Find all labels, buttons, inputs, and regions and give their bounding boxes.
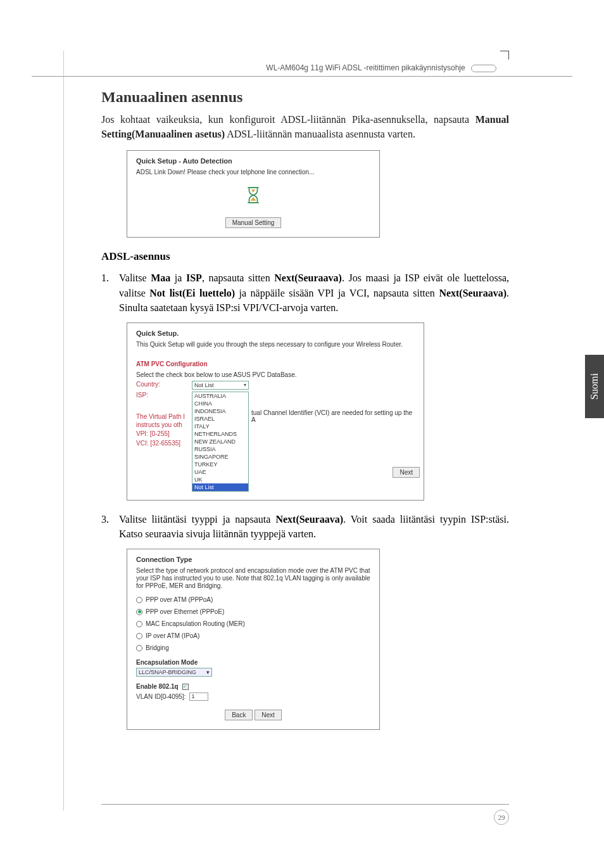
radio-icon	[136, 621, 142, 627]
isp-dropdown-open[interactable]: AUSTRALIA CHINA INDONESIA ISRAEL ITALY N…	[192, 392, 249, 492]
radio-icon-checked	[136, 609, 142, 615]
s1-b4: Not list(Ei luettelo)	[149, 288, 235, 298]
language-tab-label: Suomi	[589, 373, 600, 400]
isp-option-selected[interactable]: Not List	[192, 483, 248, 491]
ss2-subheading: ATM PVC Configuration	[136, 361, 415, 367]
screenshot-quick-setup: Quick Setup. This Quick Setup will guide…	[127, 322, 424, 501]
isp-option[interactable]: UAE	[192, 468, 248, 476]
country-label: Country:	[136, 381, 192, 388]
ss3-desc: Select the type of network protocol and …	[136, 567, 370, 590]
s3-t1: Valitse liitäntäsi tyyppi ja napsauta	[119, 514, 275, 525]
footer-rule	[101, 804, 509, 805]
ss2-hint: Select the check box below to use ASUS P…	[136, 371, 415, 378]
s1-b3: Next(Seuraava)	[274, 272, 342, 283]
radio-bridging[interactable]: Bridging	[136, 644, 370, 651]
step-1: 1. Valitse Maa ja ISP, napsauta sitten N…	[101, 271, 509, 315]
ss2-title: Quick Setup.	[136, 329, 415, 337]
ss1-message: ADSL Link Down! Please check your telpho…	[136, 169, 370, 176]
isp-option[interactable]: ISRAEL	[192, 415, 248, 423]
s1-t1: Valitse	[119, 272, 151, 283]
ss3-title: Connection Type	[136, 556, 370, 563]
country-select[interactable]: Not List ▾	[192, 381, 249, 390]
vlan-id-input[interactable]: 1	[189, 692, 208, 701]
vci-right-text: tual Channel Identifier (VCI) are needed…	[251, 409, 416, 423]
section-title: Manuaalinen asennus	[101, 89, 509, 106]
subsection-title: ADSL-asennus	[101, 250, 509, 263]
enable-8021q-label: Enable 802.1q	[136, 683, 179, 690]
radio-icon	[136, 645, 142, 651]
radio-icon	[136, 597, 142, 603]
radio-label: PPP over Ethernet (PPPoE)	[146, 608, 224, 615]
radio-ipoa[interactable]: IP over ATM (IPoA)	[136, 632, 370, 639]
radio-mer[interactable]: MAC Encapsulation Routing (MER)	[136, 620, 370, 627]
step-3: 3. Valitse liitäntäsi tyyppi ja napsauta…	[101, 512, 509, 541]
vpath-frag1: The Virtual Path I	[136, 412, 185, 421]
isp-option[interactable]: UK	[192, 476, 248, 483]
step-3-num: 3.	[101, 512, 109, 527]
isp-option[interactable]: TURKEY	[192, 461, 248, 468]
isp-option[interactable]: INDONESIA	[192, 407, 248, 415]
country-value: Not List	[194, 382, 214, 388]
s1-b1: Maa	[151, 272, 170, 283]
ss2-desc: This Quick Setup will guide you through …	[136, 341, 415, 348]
vpi-label: VPI: [0-255]	[136, 430, 185, 438]
intro-t2: ADSL-liitännän manuaalista asennusta var…	[225, 129, 415, 139]
isp-option[interactable]: NEW ZEALAND	[192, 438, 248, 445]
language-tab: Suomi	[585, 355, 604, 418]
isp-label: ISP:	[136, 392, 192, 399]
vlan-label: VLAN ID[0-4095]:	[136, 693, 186, 700]
page-number: 29	[494, 810, 509, 825]
s1-t2: ja	[170, 272, 186, 283]
manual-setting-button[interactable]: Manual Setting	[225, 217, 282, 228]
radio-label: PPP over ATM (PPPoA)	[146, 596, 213, 603]
next-button[interactable]: Next	[255, 710, 282, 720]
isp-option[interactable]: SINGAPORE	[192, 453, 248, 461]
back-button[interactable]: Back	[225, 710, 253, 720]
radio-pppoa[interactable]: PPP over ATM (PPPoA)	[136, 596, 370, 603]
encapsulation-select[interactable]: LLC/SNAP-BRIDGING ▾	[136, 668, 212, 677]
chevron-down-icon: ▾	[244, 382, 246, 388]
s1-b2: ISP	[186, 272, 202, 283]
radio-label: MAC Encapsulation Routing (MER)	[146, 620, 245, 627]
intro-paragraph: Jos kohtaat vaikeuksia, kun konfiguroit …	[101, 112, 509, 141]
isp-option[interactable]: NETHERLANDS	[192, 430, 248, 438]
enable-8021q-checkbox[interactable]	[182, 684, 189, 690]
radio-pppoe[interactable]: PPP over Ethernet (PPPoE)	[136, 608, 370, 615]
vpath-frag2: instructs you oth	[136, 421, 185, 430]
s1-t3: , napsauta sitten	[202, 272, 274, 283]
isp-option[interactable]: CHINA	[192, 400, 248, 407]
s3-b1: Next(Seuraava)	[275, 514, 343, 525]
radio-label: Bridging	[146, 644, 169, 651]
radio-icon	[136, 633, 142, 639]
step-1-num: 1.	[101, 271, 109, 285]
screenshot-auto-detection: Quick Setup - Auto Detection ADSL Link D…	[127, 150, 380, 238]
isp-option[interactable]: RUSSIA	[192, 445, 248, 453]
encapsulation-value: LLC/SNAP-BRIDGING	[139, 669, 196, 675]
ss1-title: Quick Setup - Auto Detection	[136, 157, 370, 165]
vci-label: VCI: [32-65535]	[136, 439, 185, 448]
intro-t1: Jos kohtaat vaikeuksia, kun konfiguroit …	[101, 114, 475, 125]
chevron-down-icon: ▾	[206, 669, 210, 675]
s1-b5: Next(Seuraava)	[439, 288, 506, 298]
encapsulation-title: Encapsulation Mode	[136, 659, 370, 666]
s1-t5: ja näppäile sisään VPI ja VCI, napsauta …	[235, 288, 439, 298]
screenshot-connection-type: Connection Type Select the type of netwo…	[127, 549, 380, 730]
isp-option[interactable]: ITALY	[192, 423, 248, 430]
radio-label: IP over ATM (IPoA)	[146, 632, 199, 639]
next-button[interactable]: Next	[393, 467, 420, 478]
isp-option[interactable]: AUSTRALIA	[192, 392, 248, 400]
hourglass-icon	[136, 187, 370, 205]
